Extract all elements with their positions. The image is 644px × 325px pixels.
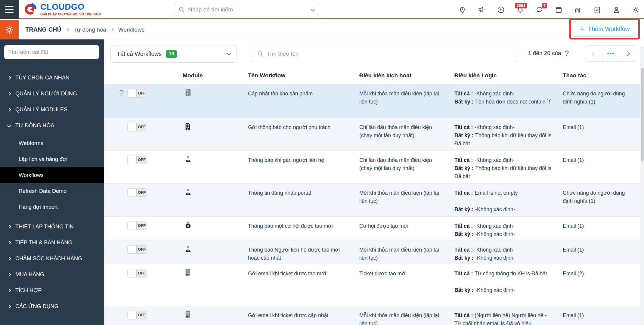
sidebar-search[interactable] [4, 45, 99, 59]
toggle-knob [128, 189, 137, 197]
sidebar-item-personal[interactable]: TÙY CHỌN CÁ NHÂN [0, 70, 104, 86]
toggle-knob [128, 311, 137, 319]
pagination-controls: ••• [585, 45, 636, 62]
more-pages-button[interactable]: ••• [602, 46, 619, 61]
workflows-table: Module Tên Workflow Điều kiện kích hoạt … [104, 67, 640, 325]
sidebar-item-modules[interactable]: QUẢN LÝ MODULES [0, 102, 104, 118]
sidebar-item-apps[interactable]: CÁC ỨNG DỤNG [0, 299, 104, 314]
contact-icon [167, 151, 248, 163]
megaphone-icon[interactable] [477, 5, 486, 14]
search-icon [257, 51, 264, 57]
hamburger-menu-button[interactable] [0, 0, 19, 19]
workflow-toggle[interactable]: OFF [127, 188, 147, 197]
global-search-input[interactable] [188, 6, 308, 13]
workflow-trigger: Mỗi khi thỏa mãn điều kiện (lặp lại liên… [359, 84, 454, 106]
sidebar-item-marketing-sales[interactable]: TIẾP THỊ & BÁN HÀNG [0, 235, 104, 251]
workflow-name-link[interactable]: Thông báo một cơ hội được tạo mới [248, 217, 359, 230]
workflow-filter-dropdown[interactable]: Tất cả Workflows 19 [110, 45, 237, 63]
sidebar-item-info-setup[interactable]: THIẾT LẬP THÔNG TIN [0, 219, 104, 235]
chevron-down-icon [311, 8, 315, 12]
workflow-name-link[interactable]: Thông báo khi gán người liên hệ [248, 151, 359, 164]
breadcrumb-automation[interactable]: Tự động hóa [73, 26, 106, 33]
workflow-toggle[interactable]: OFF [127, 156, 147, 164]
workflow-toggle[interactable]: OFF [127, 221, 147, 230]
tasks-icon[interactable] [593, 5, 601, 14]
workflow-action: Chức năng do người dùng định nghĩa (1) [563, 84, 640, 106]
table-row[interactable]: OFF Thông báo khi gán người liên hệ Chỉ … [104, 150, 640, 183]
col-name: Tên Workflow [248, 72, 359, 79]
breadcrumb: TRANG CHỦ Tự động hóa Workflows [25, 26, 144, 33]
workflow-name-link[interactable]: Gởi email khi ticket được cập nhật [248, 306, 359, 320]
workflow-toggle[interactable]: OFF [127, 311, 147, 319]
workflow-name-link[interactable]: Cập nhật tồn kho sản phẩm [248, 84, 359, 98]
chevron-right-icon [7, 305, 11, 308]
sidebar-item-scheduler[interactable]: Lập lịch và hàng đợi [0, 151, 104, 167]
workflow-logic: Tất cả :Email is not empty Bất kỳ :-Khôn… [454, 184, 563, 214]
cloudgo-logo[interactable]: CLOUDGO GIẢI PHÁP CHUYỂN ĐỔI SỐ TINH GỌN [23, 2, 101, 16]
sidebar-item-customer-care[interactable]: CHĂM SÓC KHÁCH HÀNG [0, 251, 104, 267]
workflow-name-link[interactable]: Thông báo Người liên hệ được tạo mới hoặ… [248, 240, 359, 262]
table-row[interactable]: OFF Gởi email khi ticket được tạo mới Ti… [104, 264, 640, 306]
prev-page-button[interactable] [585, 46, 602, 61]
workflow-count-badge: 19 [166, 50, 177, 58]
cloudgo-logo-icon [23, 2, 37, 16]
annotation-highlight-box: + Thêm Workflow [569, 18, 640, 39]
calendar-icon[interactable] [554, 5, 563, 14]
col-module: Module [167, 72, 248, 79]
col-action: Thao tác [563, 72, 640, 79]
table-row[interactable]: OFF Gởi email khi ticket được cập nhật M… [104, 306, 640, 325]
sidebar-item-workflows[interactable]: Workflows [0, 167, 104, 183]
workflow-toggle[interactable]: OFF [127, 245, 147, 254]
invoice-icon: $ [167, 84, 248, 97]
table-row[interactable]: OFF $ Thông báo một cơ hội được tạo mới … [104, 216, 640, 240]
workflow-name-link[interactable]: Thông tin đăng nhập portal [248, 184, 359, 197]
workflow-name-link[interactable]: Gởi thông báo cho người phụ trách [248, 118, 359, 132]
sidebar-item-purchasing[interactable]: MUA HÀNG [0, 267, 104, 283]
plus-icon: + [580, 25, 584, 33]
workflow-toggle[interactable]: OFF [127, 269, 147, 277]
scrollbar-thumb[interactable] [641, 68, 644, 161]
ticket-icon [167, 264, 248, 277]
svg-text:?: ? [461, 8, 463, 11]
name-search[interactable] [252, 46, 516, 62]
chart-icon[interactable] [574, 5, 582, 14]
bell-icon[interactable]: 2964 [516, 5, 524, 14]
chevron-right-icon [7, 92, 11, 96]
next-page-button[interactable] [619, 46, 636, 61]
gear-icon[interactable] [631, 5, 640, 14]
sidebar-item-users[interactable]: QUẢN LÝ NGƯỜI DÙNG [0, 86, 104, 102]
col-trigger: Điều kiện kích hoạt [359, 72, 454, 79]
vertical-scrollbar[interactable] [640, 47, 644, 325]
table-row[interactable]: OFF $ Cập nhật tồn kho sản phẩm Mỗi khi … [104, 84, 640, 118]
name-search-input[interactable] [267, 51, 511, 57]
workflow-logic: Tất cả :-Không xác định- Bất kỳ :Thông b… [454, 151, 563, 181]
table-row[interactable]: OFF Gởi thông báo cho người phụ trách Ch… [104, 118, 640, 150]
table-row[interactable]: OFF Thông tin đăng nhập portal Mỗi khi t… [104, 183, 640, 216]
chat-icon[interactable]: 7 [535, 5, 543, 14]
workflow-toggle[interactable]: OFF [127, 123, 147, 131]
workflow-name-link[interactable]: Gởi email khi ticket được tạo mới [248, 264, 359, 278]
sidebar-item-integration[interactable]: TÍCH HỢP [0, 283, 104, 299]
location-icon[interactable]: ? [458, 5, 466, 14]
sidebar-item-webforms[interactable]: Webforms [0, 135, 104, 151]
sidebar-item-automation[interactable]: TỰ ĐỘNG HÓA [0, 118, 104, 134]
chevron-right-icon [7, 289, 11, 292]
topbar-icon-strip: ? 2964 7 [458, 0, 640, 19]
plus-circle-icon[interactable] [497, 5, 505, 14]
trash-icon[interactable] [118, 89, 125, 97]
table-row[interactable]: OFF Thông báo Người liên hệ được tạo mới… [104, 240, 640, 264]
settings-section-icon[interactable] [0, 20, 19, 39]
sidebar-item-import-queue[interactable]: Hàng đợi Import [0, 199, 104, 215]
user-icon[interactable] [612, 5, 621, 14]
add-workflow-button[interactable]: + Thêm Workflow [572, 21, 637, 37]
workflow-toggle[interactable]: OFF [127, 89, 147, 98]
workflow-logic: Tất cả :-Không xác định- Bất kỳ :Tên hóa… [454, 84, 563, 106]
total-count-button[interactable]: ? [565, 49, 569, 57]
organization-icon [167, 118, 248, 130]
breadcrumb-home[interactable]: TRANG CHỦ [25, 26, 61, 33]
table-header-row: Module Tên Workflow Điều kiện kích hoạt … [104, 67, 640, 84]
global-search[interactable] [174, 3, 319, 16]
sidebar-search-input[interactable] [8, 49, 95, 55]
sidebar-item-refresh-data[interactable]: Refresh Data Demo [0, 183, 104, 199]
workflow-action: Email (1) [563, 118, 640, 132]
